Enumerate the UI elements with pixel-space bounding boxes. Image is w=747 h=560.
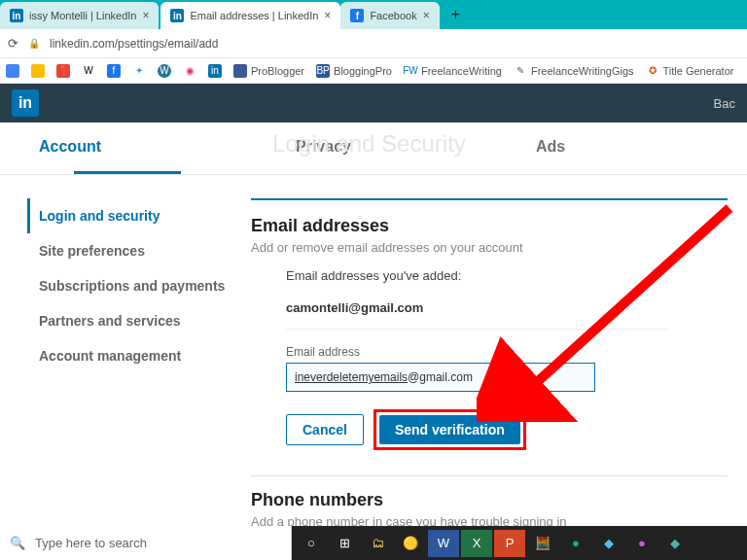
lock-icon: 🔒 [28, 38, 40, 49]
app-icon[interactable]: ● [626, 530, 658, 557]
settings-tab-bar: Account Login and Security Privacy Ads [0, 122, 747, 175]
back-link[interactable]: Bac [714, 96, 735, 111]
browser-tab[interactable]: f Facebook × [340, 2, 439, 29]
linkedin-favicon-icon: in [10, 9, 23, 22]
annotation-highlight-box: Send verification [374, 409, 526, 450]
cortana-icon[interactable]: ○ [296, 530, 327, 557]
sidebar-item-site-preferences[interactable]: Site preferences [27, 233, 251, 268]
button-row: Cancel Send verification [286, 409, 669, 450]
bookmark-item[interactable] [31, 64, 45, 78]
task-view-icon[interactable]: ⊞ [329, 530, 360, 557]
added-email-value: camontelli@gmail.com [286, 300, 669, 330]
calculator-icon[interactable]: 🧮 [527, 530, 558, 557]
email-input-value-rest: @gmail.com [408, 370, 473, 384]
added-emails-label: Email addresses you've added: [286, 268, 669, 283]
tab-ads[interactable]: Ads [497, 122, 604, 174]
email-input-value-underlined: ineverdeletemyemails [295, 370, 408, 384]
linkedin-favicon-icon: in [170, 9, 184, 22]
bookmark-item[interactable]: W [82, 64, 95, 78]
tab-title: Facebook [370, 10, 416, 21]
chrome-icon[interactable]: 🟡 [395, 530, 426, 557]
bookmark-item[interactable]: FWFreelanceWriting [404, 64, 502, 78]
search-placeholder: Type here to search [35, 536, 147, 550]
bookmark-item[interactable]: f [107, 64, 121, 78]
close-icon[interactable]: × [324, 9, 331, 22]
tab-underline [74, 171, 181, 174]
content-area: Login and security Site preferences Subs… [0, 175, 747, 529]
send-verification-button[interactable]: Send verification [379, 415, 520, 444]
file-explorer-icon[interactable]: 🗂 [362, 530, 393, 557]
excel-icon[interactable]: X [461, 530, 492, 557]
bookmark-item[interactable]: 📍 [56, 64, 70, 78]
sidebar-item-partners[interactable]: Partners and services [27, 303, 251, 338]
browser-tab[interactable]: in issy Montelli | LinkedIn × [0, 2, 159, 29]
bookmark-item[interactable]: ✎FreelanceWritingGigs [514, 64, 634, 78]
bookmarks-bar: 📍 W f ✦ W ◉ in ProBlogger BPBloggingPro … [0, 58, 747, 84]
browser-tab-strip: in issy Montelli | LinkedIn × in Email a… [0, 0, 747, 29]
taskbar-search[interactable]: 🔍 Type here to search [0, 526, 292, 560]
section-divider [251, 475, 728, 476]
email-inner: Email addresses you've added: camontelli… [251, 255, 669, 450]
bookmark-item[interactable] [6, 64, 19, 78]
main-panel: Email addresses Add or remove email addr… [251, 198, 747, 529]
bookmark-item[interactable]: W [158, 64, 171, 78]
cancel-button[interactable]: Cancel [286, 414, 364, 445]
app-icon[interactable]: ◆ [659, 530, 691, 557]
bookmark-item[interactable]: ✦ [132, 64, 146, 78]
sidebar-item-account-mgmt[interactable]: Account management [27, 338, 251, 373]
tab-account[interactable]: Account [0, 122, 140, 174]
close-icon[interactable]: × [142, 9, 149, 22]
taskbar-icons: ○ ⊞ 🗂 🟡 W X P 🧮 ● ◆ ● ◆ [292, 526, 747, 560]
word-icon[interactable]: W [428, 530, 459, 557]
windows-taskbar: 🔍 Type here to search ○ ⊞ 🗂 🟡 W X P 🧮 ● … [0, 526, 747, 560]
email-subheading: Add or remove email addresses on your ac… [251, 240, 728, 255]
faded-section-title: Login and Security [272, 130, 466, 158]
tab-title: Email addresses | LinkedIn [190, 10, 318, 21]
reload-icon[interactable]: ⟳ [8, 36, 18, 51]
spotify-icon[interactable]: ● [560, 530, 591, 557]
section-rule [251, 198, 728, 200]
bookmark-item[interactable]: in [208, 64, 222, 78]
email-heading: Email addresses [251, 216, 728, 236]
phone-heading: Phone numbers [251, 490, 728, 510]
sidebar-item-login-security[interactable]: Login and security [27, 198, 251, 233]
facebook-favicon-icon: f [350, 9, 364, 22]
bookmark-item[interactable]: BPBloggingPro [316, 64, 392, 78]
bookmark-item[interactable]: ◉ [183, 64, 196, 78]
url-bar: ⟳ 🔒 linkedin.com/psettings/email/add [0, 29, 747, 58]
email-input[interactable]: ineverdeletemyemails@gmail.com [286, 363, 595, 392]
email-field-label: Email address [286, 345, 669, 359]
sidebar-item-subscriptions[interactable]: Subscriptions and payments [27, 268, 251, 303]
url-text[interactable]: linkedin.com/psettings/email/add [50, 37, 218, 51]
bookmark-item[interactable]: ✪Title Generator [646, 64, 734, 78]
powerpoint-icon[interactable]: P [494, 530, 525, 557]
app-icon[interactable]: ◆ [593, 530, 624, 557]
tab-title: issy Montelli | LinkedIn [29, 10, 136, 21]
browser-tab-active[interactable]: in Email addresses | LinkedIn × [160, 2, 340, 29]
close-icon[interactable]: × [423, 9, 430, 22]
linkedin-logo-icon[interactable]: in [12, 89, 39, 117]
settings-sidebar: Login and security Site preferences Subs… [0, 198, 251, 529]
bookmark-item[interactable]: ProBlogger [233, 64, 304, 78]
new-tab-button[interactable]: + [442, 6, 470, 23]
linkedin-header: in Bac [0, 84, 747, 122]
search-icon: 🔍 [10, 536, 25, 550]
